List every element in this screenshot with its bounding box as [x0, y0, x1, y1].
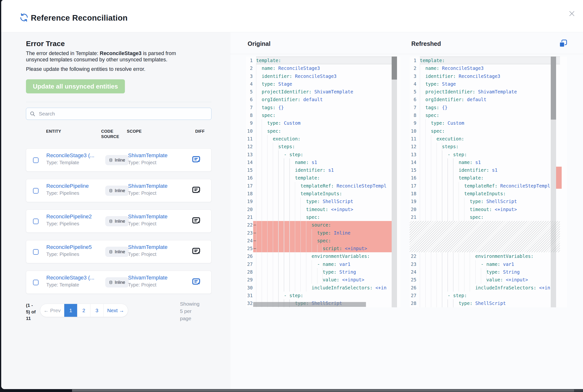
entity-cell: ReconcilePipeline5Type: Pipelines — [46, 244, 92, 257]
line-number: 15 — [410, 166, 420, 174]
line-number: 30 — [246, 284, 256, 292]
entity-type: Type: Template — [46, 282, 92, 288]
code-line: 11 execution: — [246, 135, 392, 143]
update-all-unsynced-button[interactable]: Update all unsynced entities — [26, 79, 125, 94]
line-number: 16 — [246, 174, 256, 182]
code-source-label: Inline — [115, 158, 125, 163]
copy-icon[interactable] — [559, 39, 568, 48]
scope-link[interactable]: ShivamTemplate — [128, 183, 168, 189]
line-number: 27 — [246, 260, 256, 268]
view-diff-icon[interactable] — [191, 155, 201, 165]
line-number: 26 — [246, 252, 256, 260]
row-checkbox[interactable] — [33, 188, 38, 194]
line-number: 18 — [410, 190, 420, 198]
code-source-badge: Inline — [105, 216, 129, 226]
next-page-button[interactable]: Next → — [103, 304, 128, 317]
line-number: 22 — [246, 221, 256, 229]
line-number: 24 — [246, 237, 256, 244]
code-line: 14 name: s1 — [410, 158, 560, 166]
diff-overview-ruler-marker — [556, 167, 562, 189]
view-diff-icon[interactable] — [191, 247, 201, 256]
code-line: 12 steps: — [246, 143, 392, 150]
table-row: ReconcilePipeline2Type: PipelinesInlineS… — [26, 210, 211, 233]
page-button-2[interactable]: 2 — [77, 304, 90, 317]
code-line: 31 - step: — [246, 292, 392, 299]
scope-link[interactable]: ShivamTemplate — [128, 214, 168, 220]
code-line: 13 - step: — [246, 151, 392, 158]
line-number: 9 — [246, 119, 256, 127]
code-line: 14 name: s1 — [246, 158, 392, 166]
page-horizontal-scrollbar[interactable] — [72, 389, 574, 392]
prev-page-button[interactable]: ← Prev — [40, 304, 64, 317]
row-checkbox[interactable] — [33, 218, 38, 224]
pagination-bar: ← Prev 1 2 3 Next → — [40, 304, 128, 317]
code-line: 17 templateRef: ReconcileStepTempl — [410, 182, 560, 190]
code-source-label: Inline — [115, 249, 125, 254]
inline-store-icon — [109, 158, 113, 162]
entity-link[interactable]: ReconcilePipeline5 — [46, 244, 92, 250]
row-checkbox[interactable] — [33, 158, 38, 163]
code-line: 7 tags: {} — [410, 104, 560, 111]
code-source-badge: Inline — [105, 155, 129, 165]
entity-cell: ReconcilePipelineType: Pipelines — [46, 183, 92, 196]
page-button-1[interactable]: 1 — [64, 304, 77, 317]
code-line: 2 name: ReconcileStage3 — [410, 64, 560, 72]
entity-type: Type: Pipelines — [46, 190, 92, 196]
code-line: 6 orgIdentifier: default — [246, 96, 392, 103]
table-row: ReconcilePipeline5Type: PipelinesInlineS… — [26, 240, 211, 263]
line-number: 14 — [410, 158, 420, 166]
line-number: 5 — [246, 88, 256, 96]
entity-link[interactable]: ReconcileStage3 (... — [46, 274, 94, 281]
entity-link[interactable]: ReconcilePipeline — [46, 183, 89, 189]
view-diff-icon[interactable] — [191, 186, 201, 195]
column-header-scope: SCOPE — [127, 129, 142, 134]
code-line: 22 environmentVariables: — [410, 252, 560, 260]
entity-link[interactable]: ReconcilePipeline2 — [46, 214, 92, 220]
original-vertical-scrollbar — [392, 56, 397, 307]
code-source-label: Inline — [115, 188, 125, 193]
entity-link[interactable]: ReconcileStage3 (... — [46, 152, 94, 158]
entity-type: Type: Template — [46, 160, 92, 166]
page-button-3[interactable]: 3 — [90, 304, 103, 317]
line-number: 21 — [246, 213, 256, 221]
line-number: 11 — [246, 135, 256, 143]
search-input[interactable] — [26, 108, 211, 120]
close-icon[interactable] — [568, 9, 576, 18]
scope-link[interactable]: ShivamTemplate — [128, 274, 168, 281]
scope-link[interactable]: ShivamTemplate — [128, 244, 168, 250]
row-checkbox[interactable] — [33, 280, 38, 285]
scope-link[interactable]: ShivamTemplate — [128, 152, 168, 158]
entity-cell: ReconcileStage3 (...Type: Template — [46, 274, 92, 288]
scope-cell: ShivamTemplateType: Project — [128, 183, 168, 196]
scrollbar-thumb[interactable] — [392, 56, 397, 80]
original-code: 1template:2 name: ReconcileStage33 ident… — [246, 56, 392, 307]
code-line: 2 name: ReconcileStage3 — [246, 64, 392, 72]
scope-type: Type: Project — [128, 221, 168, 226]
line-number: 29 — [246, 276, 256, 284]
entity-type: Type: Pipelines — [46, 221, 92, 226]
line-number: 28 — [410, 299, 420, 307]
line-number: 16 — [410, 174, 420, 182]
page-title: Reference Reconciliation — [31, 13, 127, 22]
dialog-header: Reference Reconciliation — [1, 0, 583, 32]
line-number: 17 — [410, 182, 420, 190]
original-horizontal-scrollbar[interactable] — [253, 302, 366, 307]
code-line: 20 timeout: <+input> — [410, 206, 560, 213]
error-trace-panel: Error Trace The error detected in Templa… — [1, 32, 230, 389]
refreshed-code: 1template:2 name: ReconcileStage33 ident… — [410, 56, 560, 307]
inline-store-icon — [109, 219, 113, 223]
view-diff-icon[interactable] — [191, 216, 201, 226]
line-number: 6 — [246, 96, 256, 103]
code-line: 21 spec: — [246, 213, 392, 221]
template-name: ReconcileStage3 — [100, 50, 141, 56]
code-line: 13 - step: — [410, 151, 560, 158]
view-diff-icon[interactable] — [191, 277, 201, 287]
scrollbar-thumb[interactable] — [551, 56, 556, 120]
line-number: 26 — [410, 284, 420, 292]
line-number: 2 — [246, 64, 256, 72]
diff-section: Original Refreshed 1template:2 name: Rec… — [230, 32, 583, 389]
line-number: 7 — [410, 104, 420, 111]
row-checkbox[interactable] — [33, 249, 38, 255]
column-header-diff: DIFF — [195, 129, 205, 134]
code-line: 8 spec: — [246, 111, 392, 119]
